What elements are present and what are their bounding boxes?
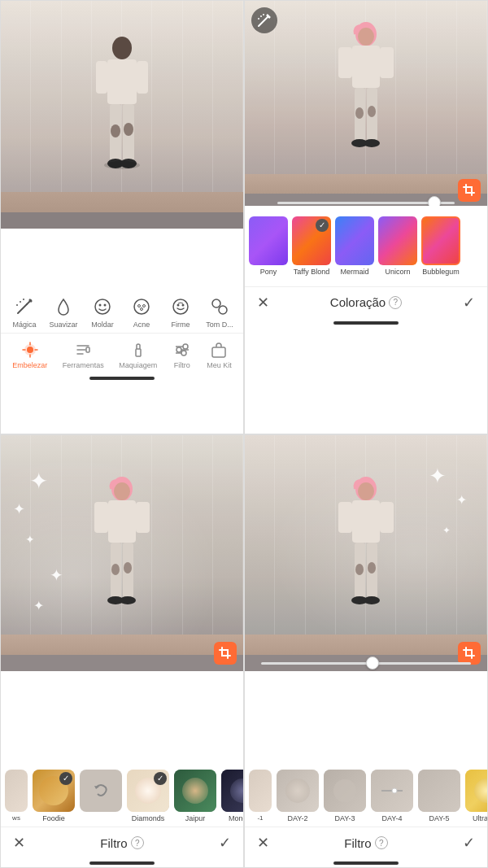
svg-point-46 [368, 106, 376, 117]
home-bar-tl [89, 377, 155, 380]
svg-rect-76 [380, 502, 394, 533]
filter-help-br[interactable]: ? [375, 836, 388, 849]
filter-ultrapop[interactable]: Ultrapop [465, 770, 487, 822]
filter-monocle-thumb [221, 770, 243, 812]
wand-icon [13, 295, 36, 318]
filter-icon [172, 340, 192, 360]
filter-title-group-br: Filtro ? [344, 836, 387, 850]
nav-embelezar[interactable]: Embelezar [12, 340, 47, 369]
svg-point-27 [212, 299, 220, 308]
nav-ferramentas[interactable]: Ferramentas [63, 340, 104, 369]
nav-meukit[interactable]: Meu Kit [207, 340, 232, 369]
filter-jaipur[interactable]: Jaipur [174, 770, 216, 822]
svg-point-54 [263, 14, 264, 15]
color-confirm-button[interactable]: ✓ [463, 294, 475, 312]
svg-point-15 [16, 304, 18, 306]
filter-day5-label: DAY-5 [429, 814, 449, 822]
tool-firme[interactable]: Firme [164, 295, 197, 329]
color-header: ✕ Coloração ? ✓ [245, 286, 487, 318]
filter-confirm-bl[interactable]: ✓ [219, 834, 231, 852]
crop-button-br[interactable] [458, 642, 481, 665]
filter-day2[interactable]: DAY-2 [277, 770, 319, 822]
wand-button-tr[interactable] [251, 7, 277, 33]
filter-undo[interactable] [80, 770, 122, 822]
color-title: Coloração [330, 295, 386, 309]
swatch-bubblegum[interactable]: Bubblegum [421, 216, 460, 276]
svg-rect-39 [212, 347, 225, 357]
svg-point-63 [120, 596, 136, 604]
swatch-taffy[interactable]: Taffy Blond [292, 216, 331, 276]
swatch-pony[interactable]: Pony [249, 216, 288, 276]
filter-day4-label: DAY-4 [381, 814, 402, 822]
br-toolbar: -1 DAY-2 DAY-3 [245, 765, 487, 867]
filter-day3[interactable]: DAY-3 [324, 770, 366, 822]
svg-rect-68 [352, 500, 380, 543]
filter-cancel-br[interactable]: ✕ [257, 834, 269, 852]
swatch-mermaid[interactable]: Mermaid [335, 216, 374, 276]
filter-list-br: -1 DAY-2 DAY-3 [245, 765, 487, 827]
svg-point-25 [177, 303, 180, 306]
acne-icon [130, 295, 153, 318]
tool-suavizar[interactable]: Suavizar [47, 295, 80, 329]
svg-rect-75 [338, 502, 352, 533]
filter-day3-label: DAY-3 [334, 814, 355, 822]
tool-acne[interactable]: Acne [125, 295, 158, 329]
svg-rect-8 [96, 61, 107, 94]
filter-cancel-bl[interactable]: ✕ [13, 834, 25, 852]
svg-point-17 [95, 299, 110, 314]
swatch-bubblegum-label: Bubblegum [422, 268, 460, 276]
filter-day4[interactable]: DAY-4 [371, 770, 413, 822]
nav-filtro[interactable]: Filtro [172, 340, 192, 369]
svg-point-4 [111, 124, 120, 137]
svg-rect-9 [137, 61, 148, 94]
tool-moldar[interactable]: Moldar [86, 295, 119, 329]
photo-bg-bl: ✦ ✦ ✦ ✦ ✦ [1, 435, 243, 671]
svg-point-5 [124, 123, 133, 136]
photo-br: ✦ ✦ ✦ [245, 435, 487, 671]
svg-point-74 [364, 596, 380, 604]
svg-point-60 [111, 564, 120, 575]
svg-point-14 [20, 301, 21, 303]
svg-rect-1 [107, 59, 137, 104]
crop-button-tr[interactable] [458, 179, 481, 202]
swatch-taffy-label: Taffy Blond [294, 268, 329, 276]
swatch-unicorn-label: Unicorn [385, 268, 410, 276]
swatch-unicorn-img [378, 216, 417, 265]
slider-tr[interactable] [277, 202, 455, 204]
filter-monocle[interactable]: Monocle [221, 770, 243, 822]
tool-tomd[interactable]: Tom D... [203, 295, 236, 329]
filter-partial-ws[interactable]: ws [5, 770, 28, 822]
nav-maquiagem[interactable]: Maquiagem [119, 340, 157, 369]
photo-bl: ✦ ✦ ✦ ✦ ✦ [1, 435, 243, 671]
filter-undo-thumb [80, 770, 122, 812]
filter-foodie[interactable]: Foodie [33, 770, 75, 822]
hair-swatches-section: Pony Taffy Blond Mermaid Unicorn [245, 206, 487, 286]
crop-button-bl[interactable] [214, 642, 237, 665]
svg-point-0 [112, 37, 132, 59]
bag-icon [209, 340, 229, 360]
tool-magica[interactable]: Mágica [8, 295, 41, 329]
tool-magica-label: Mágica [12, 321, 36, 329]
filter-header-bl: ✕ Filtro ? ✓ [1, 827, 243, 858]
svg-point-16 [23, 299, 24, 300]
filter-monocle-label: Monocle [229, 814, 243, 822]
filter-day5[interactable]: DAY-5 [418, 770, 460, 822]
slider-br[interactable] [261, 662, 471, 665]
svg-point-33 [176, 347, 181, 352]
filter-partial-d1[interactable]: -1 [249, 770, 272, 822]
face-icon [91, 295, 114, 318]
photo-tl [1, 1, 243, 229]
filter-confirm-br[interactable]: ✓ [463, 834, 475, 852]
color-help-icon[interactable]: ? [389, 296, 402, 309]
filter-diamonds-label: Diamonds [132, 814, 165, 822]
svg-rect-49 [338, 47, 352, 78]
svg-point-78 [392, 788, 397, 793]
swatch-unicorn[interactable]: Unicorn [378, 216, 417, 276]
lipstick-icon [129, 340, 148, 360]
filter-help-bl[interactable]: ? [131, 836, 144, 849]
color-cancel-button[interactable]: ✕ [257, 294, 269, 312]
nav-meukit-label: Meu Kit [207, 361, 232, 369]
swatch-pony-img [249, 216, 288, 265]
filter-diamonds[interactable]: Diamonds [127, 770, 169, 822]
panel-bottom-right: ✦ ✦ ✦ [244, 434, 488, 869]
